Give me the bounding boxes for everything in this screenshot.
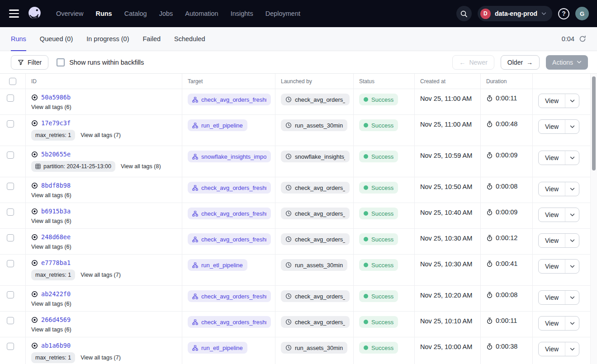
help-icon[interactable]: ?: [558, 8, 569, 19]
target-pill[interactable]: check_avg_orders_freshne: [188, 290, 271, 302]
row-checkbox[interactable]: [7, 208, 14, 216]
scrollbar-thumb[interactable]: [592, 76, 596, 170]
view-button[interactable]: View: [539, 342, 565, 356]
refresh-icon[interactable]: [579, 35, 586, 43]
row-checkbox[interactable]: [7, 151, 14, 159]
launched-by-pill[interactable]: run_assets_30min: [281, 342, 347, 354]
target-pill[interactable]: check_avg_orders_freshne: [188, 233, 271, 245]
hamburger-menu-icon[interactable]: [8, 9, 20, 18]
view-dropdown-button[interactable]: [565, 260, 579, 273]
target-pill[interactable]: check_avg_orders_freshne: [188, 182, 271, 194]
target-pill[interactable]: check_avg_orders_freshne: [188, 316, 271, 328]
target-pill[interactable]: snowflake_insights_import: [188, 151, 271, 162]
view-all-tags-link[interactable]: View all tags (6): [31, 104, 71, 110]
target-pill[interactable]: check_avg_orders_freshne: [188, 94, 271, 105]
row-checkbox[interactable]: [7, 343, 14, 350]
select-all-checkbox[interactable]: [9, 78, 16, 85]
launched-by-pill[interactable]: run_assets_30min: [281, 119, 347, 131]
run-tag-pill[interactable]: max_retries: 1: [31, 130, 75, 141]
view-all-tags-link[interactable]: View all tags (6): [31, 326, 71, 333]
view-button[interactable]: View: [539, 94, 565, 108]
run-id-link[interactable]: ab1a6b90: [41, 342, 71, 349]
nav-item-runs[interactable]: Runs: [95, 10, 112, 17]
view-all-tags-link[interactable]: View all tags (8): [121, 163, 161, 170]
view-dropdown-button[interactable]: [565, 208, 579, 222]
target-pill[interactable]: run_etl_pipeline: [188, 342, 247, 354]
view-button[interactable]: View: [539, 208, 565, 222]
view-dropdown-button[interactable]: [565, 94, 579, 108]
launched-by-pill[interactable]: check_avg_orders_f…: [281, 208, 350, 219]
row-checkbox[interactable]: [7, 120, 14, 128]
nav-item-insights[interactable]: Insights: [231, 10, 253, 17]
older-button[interactable]: Older →: [501, 55, 540, 70]
view-dropdown-button[interactable]: [565, 120, 579, 133]
target-pill[interactable]: run_etl_pipeline: [188, 259, 247, 271]
view-button[interactable]: View: [539, 120, 565, 133]
run-id-link[interactable]: b6915b3a: [41, 208, 71, 215]
view-all-tags-link[interactable]: View all tags (6): [31, 244, 71, 250]
nav-item-automation[interactable]: Automation: [185, 10, 218, 17]
view-button[interactable]: View: [539, 317, 565, 330]
run-tag-pill[interactable]: max_retries: 1: [31, 352, 75, 363]
view-all-tags-link[interactable]: View all tags (7): [81, 272, 121, 278]
run-id-link[interactable]: ab2422f0: [41, 290, 71, 298]
row-checkbox[interactable]: [7, 291, 14, 298]
launched-by-pill[interactable]: run_assets_30min: [281, 259, 347, 271]
launched-by-pill[interactable]: check_avg_orders_f…: [281, 290, 350, 302]
view-dropdown-button[interactable]: [565, 151, 579, 165]
view-button[interactable]: View: [539, 151, 565, 165]
target-pill[interactable]: run_etl_pipeline: [188, 119, 247, 131]
view-button[interactable]: View: [539, 182, 565, 196]
tab-scheduled[interactable]: Scheduled: [174, 27, 205, 51]
view-all-tags-link[interactable]: View all tags (6): [31, 192, 71, 199]
show-backfills-checkbox[interactable]: [57, 58, 65, 66]
view-dropdown-button[interactable]: [565, 234, 579, 247]
view-all-tags-link[interactable]: View all tags (7): [81, 132, 121, 138]
newer-button[interactable]: ← Newer: [452, 55, 494, 70]
dagster-logo[interactable]: [26, 5, 43, 22]
nav-item-catalog[interactable]: Catalog: [124, 10, 147, 17]
row-checkbox[interactable]: [7, 317, 14, 324]
run-id-link[interactable]: 8bdf8b98: [41, 182, 71, 189]
run-id-link[interactable]: 248d68ee: [41, 233, 71, 241]
run-id-link[interactable]: 50a5986b: [41, 94, 71, 101]
nav-item-deployment[interactable]: Deployment: [265, 10, 300, 17]
row-checkbox[interactable]: [7, 234, 14, 241]
run-tag-pill[interactable]: partition: 2024-11-25-13:00: [31, 161, 115, 172]
tab-in-progress-0[interactable]: In progress (0): [86, 27, 129, 51]
search-button[interactable]: [456, 6, 472, 21]
tab-runs[interactable]: Runs: [11, 27, 26, 51]
launched-by-pill[interactable]: check_avg_orders_f…: [281, 182, 350, 194]
view-all-tags-link[interactable]: View all tags (7): [81, 355, 121, 361]
view-all-tags-link[interactable]: View all tags (6): [31, 301, 71, 307]
launched-by-pill[interactable]: check_avg_orders_f…: [281, 316, 350, 328]
row-checkbox[interactable]: [7, 260, 14, 267]
run-id-link[interactable]: e7778ba1: [41, 259, 71, 266]
filter-button[interactable]: Filter: [11, 55, 48, 70]
target-pill[interactable]: check_avg_orders_freshne: [188, 208, 271, 219]
launched-by-pill[interactable]: check_avg_orders_f…: [281, 94, 350, 105]
nav-item-overview[interactable]: Overview: [56, 10, 83, 17]
view-button[interactable]: View: [539, 260, 565, 273]
run-id-link[interactable]: 17e79c3f: [41, 119, 71, 127]
nav-item-jobs[interactable]: Jobs: [159, 10, 173, 17]
row-checkbox[interactable]: [7, 95, 14, 102]
run-id-link[interactable]: 266d4569: [41, 316, 71, 323]
view-dropdown-button[interactable]: [565, 182, 579, 196]
view-button[interactable]: View: [539, 291, 565, 304]
run-id-link[interactable]: 5b20655e: [41, 151, 71, 158]
run-tag-pill[interactable]: max_retries: 1: [31, 269, 75, 280]
view-dropdown-button[interactable]: [565, 291, 579, 304]
view-dropdown-button[interactable]: [565, 342, 579, 356]
launched-by-pill[interactable]: snowflake_insights_…: [281, 151, 350, 162]
user-avatar[interactable]: G: [575, 7, 589, 20]
launched-by-pill[interactable]: check_avg_orders_f…: [281, 233, 350, 245]
row-checkbox[interactable]: [7, 183, 14, 190]
deployment-switcher[interactable]: D data-eng-prod: [478, 6, 552, 21]
view-button[interactable]: View: [539, 234, 565, 247]
view-all-tags-link[interactable]: View all tags (6): [31, 218, 71, 224]
view-dropdown-button[interactable]: [565, 317, 579, 330]
actions-button[interactable]: Actions: [546, 55, 588, 70]
tab-failed[interactable]: Failed: [143, 27, 161, 51]
tab-queued-0[interactable]: Queued (0): [40, 27, 73, 51]
